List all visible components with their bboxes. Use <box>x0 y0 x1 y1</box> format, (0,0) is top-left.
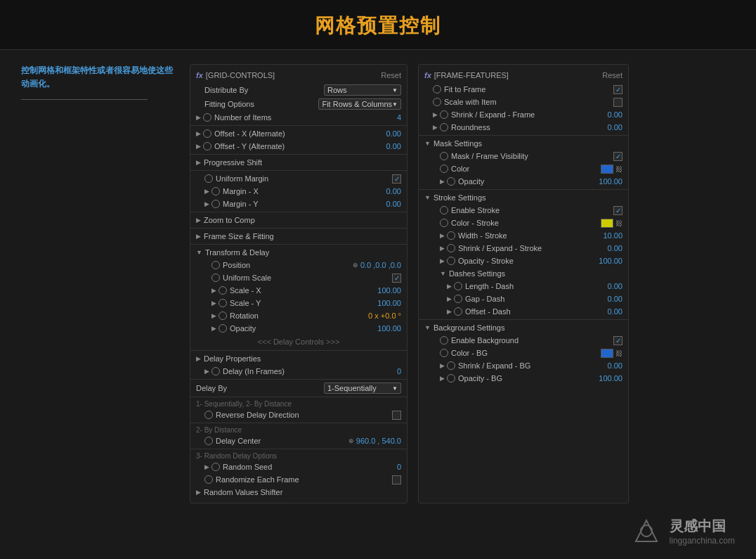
mask-visibility-checkbox[interactable]: ✓ <box>613 152 623 161</box>
transform-delay-section[interactable]: ▼ Transform & Delay <box>190 246 407 259</box>
logo-text: 灵感中国 <box>670 517 735 536</box>
circle-icon-gd <box>454 295 462 303</box>
uniform-scale-label: Uniform Scale <box>223 274 392 282</box>
frame-size-label: Frame Size & Fitting <box>204 232 274 240</box>
logo-icon <box>629 513 664 548</box>
frame-features-panel: fx [FRAME-FEATURES] Reset Fit to Frame ✓… <box>418 64 629 503</box>
offset-dash-value[interactable]: 0.00 <box>608 307 623 316</box>
color-bg-swatch[interactable] <box>601 349 613 358</box>
grid-controls-reset[interactable]: Reset <box>381 71 401 79</box>
number-of-items-value[interactable]: 4 <box>397 113 401 122</box>
expand-icon-ws: ▶ <box>440 232 445 239</box>
zoom-to-comp-section[interactable]: ▶ Zoom to Comp <box>190 214 407 226</box>
delay-by-dropdown[interactable]: 1-Sequentially ▼ <box>324 383 401 394</box>
progressive-shift-label: Progressive Shift <box>204 158 262 167</box>
circle-icon-swi <box>433 98 441 106</box>
delay-frames-value[interactable]: 0 <box>397 367 401 375</box>
random-values-section[interactable]: ▶ Random Values Shifter <box>190 486 407 499</box>
circle-icon-df <box>211 367 220 375</box>
circle-icon-mx <box>211 187 220 195</box>
offset-x-value[interactable]: 0.00 <box>386 129 401 138</box>
scale-x-label: Scale - X <box>230 286 377 295</box>
progressive-shift-section[interactable]: ▶ Progressive Shift <box>190 156 407 169</box>
expand-icon-rs: ▶ <box>204 463 209 470</box>
offset-y-value[interactable]: 0.00 <box>386 142 401 150</box>
expand-icon-sy: ▶ <box>211 300 216 307</box>
enable-bg-checkbox[interactable]: ✓ <box>613 336 623 345</box>
shrink-expand-stroke-value[interactable]: 0.00 <box>608 244 623 252</box>
offset-x-row: ▶ Offset - X (Alternate) 0.00 <box>190 127 407 140</box>
fit-to-frame-checkbox[interactable]: ✓ <box>613 85 623 94</box>
delay-properties-section[interactable]: ▶ Delay Properties <box>190 352 407 365</box>
scale-with-item-checkbox[interactable] <box>613 98 623 107</box>
random-seed-value[interactable]: 0 <box>397 463 401 471</box>
delay-center-value[interactable]: 960.0 , 540.0 <box>356 437 401 445</box>
note-random: 3- Random Delay Options <box>190 451 407 461</box>
frame-features-reset[interactable]: Reset <box>602 71 623 79</box>
circle-icon-my <box>211 200 220 208</box>
circle-icon-rot <box>219 311 227 320</box>
svg-point-1 <box>641 525 652 536</box>
circle-icon-dc <box>204 437 213 445</box>
stroke-settings-section[interactable]: ▼ Stroke Settings <box>419 191 628 204</box>
stroke-settings-label: Stroke Settings <box>434 193 486 202</box>
fitting-options-dropdown[interactable]: Fit Rows & Columns ▼ <box>318 98 401 110</box>
mask-color-swatch[interactable] <box>601 165 613 174</box>
frame-size-section[interactable]: ▶ Frame Size & Fitting <box>190 230 407 243</box>
mask-settings-section[interactable]: ▼ Mask Settings <box>419 137 628 150</box>
opacity-value[interactable]: 100.00 <box>377 324 401 333</box>
roundness-value[interactable]: 0.00 <box>608 123 623 131</box>
circle-icon-sx <box>219 286 227 295</box>
circle-icon-sef <box>440 110 448 119</box>
delay-by-label: Delay By <box>196 384 324 392</box>
uniform-margin-checkbox[interactable]: ✓ <box>392 174 401 184</box>
roundness-label: Roundness <box>451 123 608 131</box>
dashes-settings-section[interactable]: ▼ Dashes Settings <box>419 267 628 280</box>
rotation-value[interactable]: 0 x +0.0 ° <box>368 311 401 320</box>
expand-icon-od: ▶ <box>447 308 452 315</box>
scale-with-item-row: Scale with Item <box>419 96 628 108</box>
background-settings-section[interactable]: ▼ Background Settings <box>419 321 628 334</box>
circle-icon-ref <box>204 475 213 484</box>
width-stroke-value[interactable]: 10.00 <box>603 231 623 240</box>
margin-y-value[interactable]: 0.00 <box>386 200 401 208</box>
opacity-stroke-label: Opacity - Stroke <box>458 257 599 265</box>
position-value[interactable]: 0.0 ,0.0 ,0.0 <box>360 261 401 269</box>
title-bar: 网格预置控制 <box>0 0 756 50</box>
reverse-delay-checkbox[interactable] <box>392 411 401 420</box>
distribute-by-label: Distribute By <box>196 86 324 94</box>
margin-y-label: Margin - Y <box>223 200 386 208</box>
expand-icon-oy: ▶ <box>196 143 201 150</box>
scale-x-value[interactable]: 100.00 <box>377 286 401 295</box>
enable-stroke-row: Enable Stroke ✓ <box>419 204 628 217</box>
distribute-by-dropdown[interactable]: Rows ▼ <box>324 84 401 96</box>
randomize-frame-row: Randomize Each Frame <box>190 473 407 486</box>
randomize-frame-checkbox[interactable] <box>392 475 401 484</box>
circle-icon-eb <box>440 336 448 345</box>
expand-icon-seb: ▶ <box>440 362 445 369</box>
uniform-scale-checkbox[interactable]: ✓ <box>392 274 401 283</box>
enable-stroke-checkbox[interactable]: ✓ <box>613 206 623 215</box>
opacity-stroke-value[interactable]: 100.00 <box>599 257 623 265</box>
scale-y-value[interactable]: 100.00 <box>377 299 401 307</box>
circle-icon-ses <box>447 244 455 252</box>
length-dash-value[interactable]: 0.00 <box>608 282 623 290</box>
gap-dash-value[interactable]: 0.00 <box>608 295 623 303</box>
mask-color-label: Color <box>451 165 601 173</box>
margin-x-value[interactable]: 0.00 <box>386 187 401 195</box>
arrow-delay-props: ▶ <box>196 355 201 362</box>
expand-icon-opb: ▶ <box>440 375 445 382</box>
shrink-expand-bg-value[interactable]: 0.00 <box>608 361 623 370</box>
color-stroke-swatch[interactable] <box>601 219 613 228</box>
margin-x-label: Margin - X <box>223 187 386 195</box>
shrink-expand-frame-value[interactable]: 0.00 <box>608 110 623 119</box>
shrink-expand-bg-label: Shrink / Expand - BG <box>458 361 608 370</box>
arrow-zoom: ▶ <box>196 217 201 224</box>
random-seed-label: Random Seed <box>223 463 397 471</box>
delay-center-label: Delay Center <box>216 437 348 445</box>
opacity-bg-value[interactable]: 100.00 <box>599 374 623 383</box>
expand-icon-rot: ▶ <box>211 312 216 319</box>
mask-opacity-value[interactable]: 100.00 <box>599 177 623 186</box>
delay-center-row: Delay Center ⊕ 960.0 , 540.0 <box>190 435 407 447</box>
circle-icon-es <box>440 206 448 214</box>
